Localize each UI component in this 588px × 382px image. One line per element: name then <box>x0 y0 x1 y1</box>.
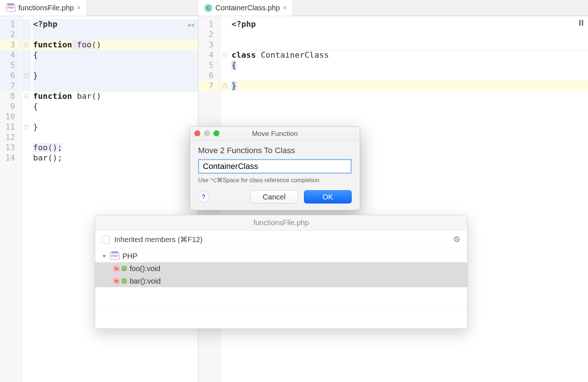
structure-tree[interactable]: ▼ PHP PHP fx 🔒 foo():void fx 🔒 bar():voi… <box>95 248 467 289</box>
code-text: <?php <box>33 19 57 29</box>
window-controls[interactable] <box>194 130 219 136</box>
fold-end-icon[interactable]: ⌃ <box>24 125 29 129</box>
structure-title: functionsFile.php <box>95 215 467 231</box>
dialog-hint: Use ⌥⌘Space for class reference completi… <box>198 177 352 184</box>
help-button[interactable]: ? <box>198 191 209 202</box>
cancel-button[interactable]: Cancel <box>250 190 298 203</box>
php-file-icon: PHP <box>6 4 15 12</box>
chevron-down-icon[interactable]: ▼ <box>102 253 107 259</box>
move-function-dialog: Move Function Move 2 Functions To Class … <box>190 126 360 210</box>
fold-icon[interactable]: – <box>24 43 29 47</box>
class-file-icon: C <box>204 4 212 12</box>
tree-root-label: PHP <box>122 252 137 260</box>
tab-label: ContainerClass.php <box>215 4 280 12</box>
tree-item-foo[interactable]: fx 🔒 foo():void <box>95 262 467 275</box>
pause-icon[interactable] <box>579 20 584 26</box>
tab-label: functionsFile.php <box>18 4 74 12</box>
tabs-filler <box>293 0 588 16</box>
tabs-filler <box>87 0 198 16</box>
structure-toolbar: Inherited members (⌘F12) ⚙ <box>95 231 467 248</box>
method-separator <box>229 50 588 50</box>
tree-root[interactable]: ▼ PHP PHP <box>95 250 467 262</box>
ok-button[interactable]: OK <box>304 190 352 203</box>
function-icon: fx <box>113 265 120 272</box>
fold-icon[interactable]: – <box>223 53 227 57</box>
close-icon[interactable]: × <box>283 4 287 12</box>
window-minimize-icon <box>204 130 210 136</box>
tree-item-bar[interactable]: fx 🔒 bar():void <box>95 275 467 287</box>
inherited-members-label: Inherited members (⌘F12) <box>114 235 202 244</box>
inherited-members-checkbox[interactable] <box>102 235 110 244</box>
inspection-ok-icon[interactable]: ✔✔ <box>188 20 194 26</box>
gutter: 1 2 3 4 5 6 7 8 9 10 11 12 13 14 <box>0 16 22 382</box>
window-zoom-icon[interactable] <box>214 130 219 136</box>
function-icon: fx <box>113 277 120 285</box>
window-close-icon[interactable] <box>194 130 200 136</box>
structure-popup: functionsFile.php Inherited members (⌘F1… <box>95 215 467 329</box>
lock-icon: 🔒 <box>122 278 127 284</box>
tabs-bar: PHP functionsFile.php × C ContainerClass… <box>0 0 588 16</box>
structure-footer <box>95 306 467 328</box>
tab-functions-file[interactable]: PHP functionsFile.php × <box>0 0 87 16</box>
close-icon[interactable]: × <box>77 4 81 12</box>
fold-column: – ⌃ – ⌃ <box>22 16 31 382</box>
target-class-input[interactable] <box>198 159 352 174</box>
tree-item-label: bar():void <box>130 277 161 285</box>
tree-item-label: foo():void <box>130 264 160 273</box>
dialog-titlebar[interactable]: Move Function <box>190 127 360 141</box>
dialog-heading: Move 2 Functions To Class <box>198 146 352 155</box>
php-file-icon: PHP <box>110 252 119 260</box>
fold-end-icon[interactable]: ⌃ <box>24 73 29 78</box>
lock-icon: 🔒 <box>122 266 127 271</box>
fold-icon[interactable]: – <box>24 94 29 98</box>
gear-icon[interactable]: ⚙ <box>453 235 460 244</box>
method-separator <box>31 91 198 91</box>
fold-end-icon[interactable]: ⌃ <box>223 84 227 88</box>
tab-container-class[interactable]: C ContainerClass.php × <box>198 0 293 16</box>
